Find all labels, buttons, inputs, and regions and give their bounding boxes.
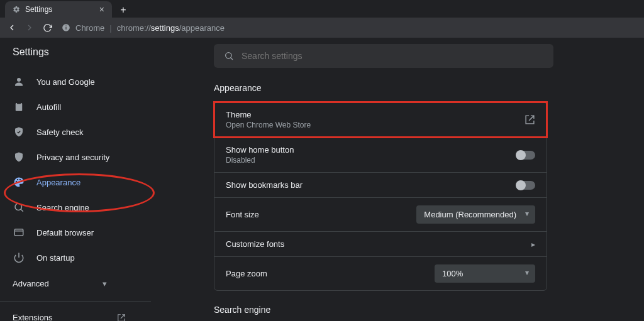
sidebar-item-label: Search engine <box>36 203 89 212</box>
row-page-zoom: Page zoom 100% <box>214 256 547 290</box>
back-button[interactable] <box>6 22 18 33</box>
new-tab-button[interactable]: + <box>116 3 131 18</box>
sidebar-item-default-browser[interactable]: Default browser <box>0 220 176 245</box>
settings-main: Appearance Theme Open Chrome Web Store S… <box>176 38 644 321</box>
url-prefix: Chrome <box>75 23 104 33</box>
home-label: Show home button <box>226 145 294 155</box>
page-zoom-select[interactable]: 100% <box>435 264 535 283</box>
sidebar-item-label: Safety check <box>36 128 83 137</box>
theme-sub: Open Chrome Web Store <box>226 121 311 129</box>
palette-icon <box>13 176 25 188</box>
svg-rect-2 <box>65 26 66 26</box>
advanced-label: Advanced <box>13 279 49 288</box>
gear-icon <box>13 6 20 13</box>
search-icon <box>224 51 234 61</box>
svg-rect-4 <box>16 103 23 111</box>
row-bookmarks-bar: Show bookmarks bar <box>214 172 547 197</box>
sidebar-item-label: Appearance <box>36 178 80 187</box>
home-button-toggle[interactable] <box>516 151 535 160</box>
bookmarks-label: Show bookmarks bar <box>226 180 303 190</box>
site-info-icon[interactable] <box>62 23 70 32</box>
sidebar-item-safety-check[interactable]: Safety check <box>0 119 176 144</box>
sidebar-item-label: Default browser <box>36 228 94 237</box>
open-external-icon <box>117 313 126 322</box>
sidebar-item-label: On startup <box>36 253 75 263</box>
sidebar-item-autofill[interactable]: Autofill <box>0 94 176 119</box>
url-text: chrome://settings/appearance <box>117 23 225 33</box>
svg-rect-1 <box>65 27 66 30</box>
home-sub: Disabled <box>226 156 294 165</box>
theme-label: Theme <box>226 110 311 119</box>
zoom-label: Page zoom <box>226 269 267 278</box>
address-bar[interactable]: Chrome | chrome://settings/appearance <box>62 23 225 33</box>
clipboard-icon <box>13 101 25 113</box>
divider <box>0 301 151 302</box>
svg-rect-7 <box>14 229 23 236</box>
sidebar-extensions[interactable]: Extensions <box>0 305 138 321</box>
svg-point-8 <box>226 53 231 58</box>
search-icon <box>13 201 25 214</box>
reload-button[interactable] <box>42 22 53 33</box>
sidebar-item-privacy[interactable]: Privacy and security <box>0 144 176 170</box>
row-home-button: Show home button Disabled <box>214 137 547 172</box>
window-icon <box>13 226 25 239</box>
forward-button[interactable] <box>24 22 35 33</box>
fontsize-label: Font size <box>226 210 259 219</box>
sidebar-item-label: Privacy and security <box>36 153 109 162</box>
search-settings[interactable] <box>214 44 553 68</box>
extensions-label: Extensions <box>13 313 53 321</box>
settings-sidebar: Settings You and Google Autofill Safety … <box>0 38 176 321</box>
svg-point-3 <box>17 78 21 82</box>
sidebar-item-label: Autofill <box>36 102 61 112</box>
row-font-size: Font size Medium (Recommended) <box>214 197 547 231</box>
chevron-down-icon: ▾ <box>103 279 107 288</box>
sidebar-item-appearance[interactable]: Appearance <box>0 170 176 195</box>
browser-tab[interactable]: Settings × <box>5 1 112 18</box>
svg-point-6 <box>15 204 22 210</box>
section-appearance-title: Appearance <box>214 83 594 93</box>
sidebar-item-you-and-google[interactable]: You and Google <box>0 69 176 94</box>
row-customize-fonts[interactable]: Customize fonts ▸ <box>214 231 547 256</box>
font-size-select[interactable]: Medium (Recommended) <box>416 205 535 224</box>
close-tab-icon[interactable]: × <box>99 4 104 14</box>
sidebar-advanced[interactable]: Advanced ▾ <box>0 270 119 297</box>
tab-title: Settings <box>25 5 52 14</box>
svg-rect-5 <box>17 102 21 104</box>
browser-toolbar: Chrome | chrome://settings/appearance <box>0 18 644 38</box>
page-title: Settings <box>0 46 176 69</box>
customize-fonts-label: Customize fonts <box>226 239 284 249</box>
person-icon <box>13 75 25 88</box>
bookmarks-toggle[interactable] <box>516 181 535 190</box>
search-input[interactable] <box>242 51 543 61</box>
open-external-icon <box>525 114 535 125</box>
url-separator: | <box>109 23 111 33</box>
chevron-right-icon: ▸ <box>531 240 535 249</box>
section-search-engine-title: Search engine <box>214 305 594 315</box>
sidebar-item-on-startup[interactable]: On startup <box>0 245 176 270</box>
power-icon <box>13 251 25 264</box>
sidebar-item-label: You and Google <box>36 77 95 87</box>
appearance-card: Theme Open Chrome Web Store Show home bu… <box>214 102 547 291</box>
shield-check-icon <box>13 126 25 138</box>
sidebar-item-search-engine[interactable]: Search engine <box>0 195 176 220</box>
row-theme[interactable]: Theme Open Chrome Web Store <box>214 102 547 137</box>
shield-icon <box>13 151 25 163</box>
